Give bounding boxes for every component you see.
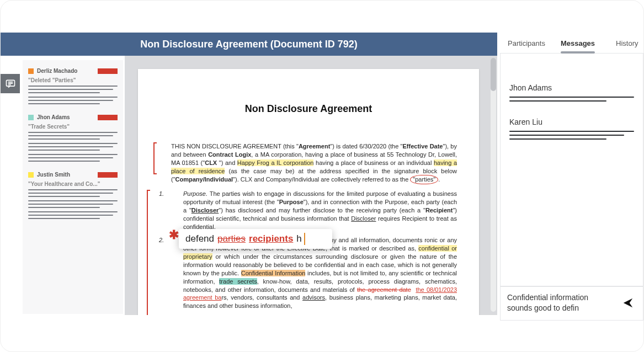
review-panel: Derliz Machado "Deleted "Parties" Jhon A… xyxy=(23,60,123,314)
message-item[interactable]: Jhon Adams xyxy=(509,83,634,104)
reviewer-color-swatch xyxy=(28,68,34,74)
reviewer-bar xyxy=(98,172,118,178)
comments-panel-toggle[interactable] xyxy=(1,74,20,93)
comment-preview xyxy=(28,143,118,151)
edit-strikethrough: parties xyxy=(217,233,246,244)
reviewer-name: Justin Smith xyxy=(37,172,70,178)
highlight[interactable]: Happy Frog a IL corporation xyxy=(237,159,314,166)
reviewer-block[interactable]: Jhon Adams "Trade Secrets" xyxy=(28,114,118,162)
side-tabs: Participants Messages History xyxy=(500,33,643,54)
message-line xyxy=(509,135,624,136)
side-panel: Participants Messages History Jhon Adams… xyxy=(500,33,643,321)
message-line xyxy=(509,138,606,140)
reviewer-color-swatch xyxy=(28,172,34,178)
message-line xyxy=(509,100,606,102)
doc-heading: Non Disclosure Agreement xyxy=(160,103,457,115)
tab-participants[interactable]: Participants xyxy=(502,33,551,53)
text-caret xyxy=(304,233,305,245)
change-bracket xyxy=(147,190,150,315)
list-number: 2. xyxy=(159,236,164,244)
message-item[interactable]: Karen Liu xyxy=(509,118,634,142)
message-thread[interactable]: Jhon Adams Karen Liu xyxy=(500,54,643,286)
reviewer-color-swatch xyxy=(28,115,34,120)
highlight[interactable]: Confidential Information xyxy=(241,270,306,276)
edit-context-after: h xyxy=(296,233,301,244)
comment-preview xyxy=(28,200,118,208)
comment-preview xyxy=(28,97,118,104)
send-button[interactable] xyxy=(620,295,636,313)
message-sender: Karen Liu xyxy=(509,118,634,126)
change-bracket xyxy=(153,142,157,174)
send-icon xyxy=(622,297,634,309)
compose-bar xyxy=(500,286,643,321)
comment-title: "Deleted "Parties" xyxy=(28,77,118,83)
asterisk-marker: ✱ xyxy=(169,228,179,242)
reviewer-name: Jhon Adams xyxy=(37,114,70,120)
paragraph-1: 1. Purpose. The parties wish to engage i… xyxy=(169,190,457,231)
tab-history[interactable]: History xyxy=(610,33,643,53)
reviewer-name: Derliz Machado xyxy=(37,68,77,74)
edit-replacement: recipients xyxy=(249,233,293,244)
scrollbar-track[interactable] xyxy=(491,58,496,312)
intro-paragraph: THIS NON DISCLOSURE AGREEMENT (this "Agr… xyxy=(160,142,457,184)
comment-title: "Trade Secrets" xyxy=(28,124,118,130)
document-header: Non Disclosure Agreement (Document ID 79… xyxy=(1,33,497,56)
reviewer-block[interactable]: Justin Smith "Your Healthcare and Co..." xyxy=(28,172,118,219)
reviewer-block[interactable]: Derliz Machado "Deleted "Parties" xyxy=(28,68,118,104)
comment-preview xyxy=(28,154,118,162)
comment-preview xyxy=(28,86,118,93)
reviewer-bar xyxy=(98,68,118,74)
tab-messages[interactable]: Messages xyxy=(555,33,600,53)
message-input[interactable] xyxy=(507,292,614,314)
comment-preview xyxy=(28,189,118,197)
comment-preview xyxy=(28,132,118,140)
comment-title: "Your Healthcare and Co..." xyxy=(28,181,118,187)
deletion[interactable]: the agreement date xyxy=(357,286,411,293)
document-viewport[interactable]: Non Disclosure Agreement THIS NON DISCLO… xyxy=(125,56,497,315)
message-line xyxy=(509,97,634,98)
comment-preview xyxy=(28,211,118,219)
document-page[interactable]: Non Disclosure Agreement THIS NON DISCLO… xyxy=(138,69,479,315)
list-number: 1. xyxy=(159,190,164,198)
circle-annotation[interactable]: "parties" xyxy=(410,175,438,184)
highlight[interactable]: trade secrets xyxy=(219,278,257,285)
inline-edit-popup[interactable]: defend parties recipients h xyxy=(179,229,332,249)
message-line xyxy=(509,131,634,132)
reviewer-bar xyxy=(98,115,118,120)
scrollbar-thumb[interactable] xyxy=(491,58,496,91)
message-sender: Jhon Adams xyxy=(509,83,634,92)
document-title: Non Disclosure Agreement (Document ID 79… xyxy=(140,39,357,50)
comment-icon xyxy=(5,78,16,89)
edit-context-before: defend xyxy=(185,233,214,244)
